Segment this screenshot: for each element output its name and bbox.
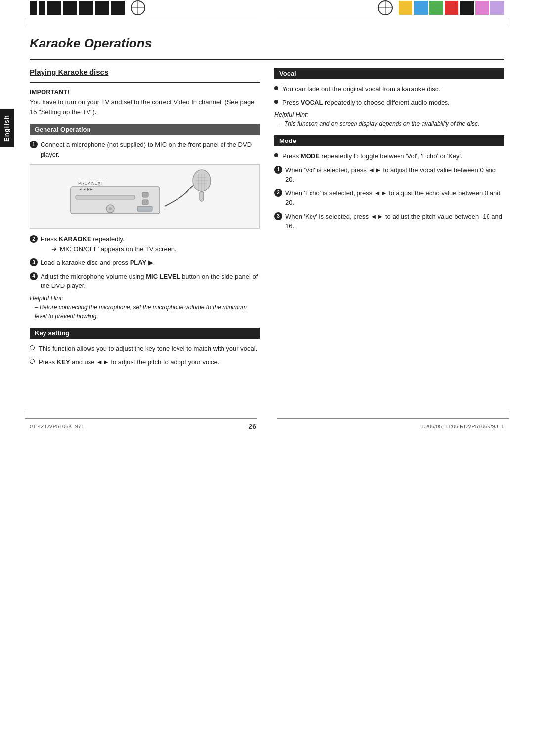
step-1-text: Connect a microphone (not supplied) to M… — [41, 140, 260, 159]
svg-rect-14 — [200, 191, 204, 201]
key-setting-text-2: Press KEY and use ◄► to adjust the pitch… — [39, 357, 260, 367]
black-bar-1 — [30, 1, 37, 15]
key-setting-bullet-1: This function allows you to adjust the k… — [30, 344, 260, 354]
step-1: 1 Connect a microphone (not supplied) to… — [30, 140, 260, 159]
color-bar-black — [460, 1, 474, 15]
key-setting-text-1: This function allows you to adjust the k… — [39, 344, 260, 354]
top-border — [0, 18, 534, 26]
black-bar-5 — [79, 1, 93, 15]
footer-left-code: 01-42 DVP5106K_971 — [30, 424, 84, 429]
vocal-text-2: Press VOCAL repeatedly to choose differe… — [282, 98, 504, 108]
color-bar-green — [429, 1, 443, 15]
bullet-dot-mode-1 — [274, 153, 278, 157]
col-left: Playing Karaoke discs IMPORTANT! You hav… — [30, 68, 260, 371]
color-bar-red — [445, 1, 458, 15]
step-3-text: Load a karaoke disc and press PLAY ▶. — [41, 258, 260, 268]
page-title: Karaoke Operations — [30, 36, 504, 51]
bullet-dot-1 — [274, 86, 278, 90]
color-bar-pink — [475, 1, 489, 15]
svg-text:◄◄    ▶▶: ◄◄ ▶▶ — [78, 187, 93, 191]
mode-step-1: 1 When 'Vol' is selected, press ◄► to ad… — [274, 165, 504, 185]
mode-step-3-text: When 'Key' is selected, press ◄► to adju… — [285, 212, 504, 231]
black-bar-2 — [39, 1, 45, 15]
crosshair-right — [378, 0, 393, 15]
important-section: IMPORTANT! You have to turn on your TV a… — [30, 88, 260, 117]
footer-right-code: 13/06/05, 11:06 RDVP5106K/93_1 — [421, 424, 504, 429]
step-4: 4 Adjust the microphone volume using MIC… — [30, 272, 260, 291]
black-bar-6 — [95, 1, 109, 15]
playing-section: Playing Karaoke discs — [30, 68, 260, 83]
dvd-image: PREV NEXT ◄◄ ▶▶ — [30, 164, 260, 229]
mode-text-1: Press MODE repeatedly to toggle between … — [282, 151, 504, 161]
vocal-bullet-2: Press VOCAL repeatedly to choose differe… — [274, 98, 504, 108]
step-2: 2 Press KARAOKE repeatedly. ➔ 'MIC ON/OF… — [30, 235, 260, 254]
black-bar-7 — [111, 1, 125, 15]
vocal-bullet-1: You can fade out the original vocal from… — [274, 84, 504, 94]
svg-text:PREV  NEXT: PREV NEXT — [78, 181, 104, 186]
two-col-layout: Playing Karaoke discs IMPORTANT! You hav… — [30, 68, 504, 371]
key-setting-bullet-2: Press KEY and use ◄► to adjust the pitch… — [30, 357, 260, 367]
step-3: 3 Load a karaoke disc and press PLAY ▶. — [30, 258, 260, 268]
crosshair-left — [131, 0, 145, 15]
svg-rect-4 — [137, 206, 152, 211]
step-2-text: Press KARAOKE repeatedly. ➔ 'MIC ON/OFF'… — [41, 235, 260, 254]
vocal-text-1: You can fade out the original vocal from… — [282, 84, 504, 94]
step-2-arrow: ➔ 'MIC ON/OFF' appears on the TV screen. — [41, 244, 260, 254]
helpful-hint-label-right: Helpful Hint: — [274, 111, 504, 118]
color-bar-yellow — [399, 1, 412, 15]
mode-step-3-num: 3 — [274, 212, 282, 220]
border-line-right — [277, 18, 509, 26]
footer: 01-42 DVP5106K_971 26 13/06/05, 11:06 RD… — [0, 419, 534, 434]
helpful-hint-section: Helpful Hint: – Before connecting the mi… — [30, 295, 260, 321]
vocal-header: Vocal — [274, 68, 504, 79]
page-container: Karaoke Operations Playing Karaoke discs… — [0, 26, 534, 401]
step-3-num: 3 — [30, 258, 38, 266]
important-text: You have to turn on your TV and set to t… — [30, 97, 260, 117]
general-operation-header: General Operation — [30, 124, 260, 135]
key-setting-header: Key setting — [30, 328, 260, 339]
mode-bullet-1: Press MODE repeatedly to toggle between … — [274, 151, 504, 161]
mode-step-2-text: When 'Echo' is selected, press ◄► to adj… — [285, 189, 504, 208]
step-1-num: 1 — [30, 141, 38, 148]
svg-point-6 — [109, 207, 112, 210]
mode-step-1-num: 1 — [274, 166, 282, 174]
svg-rect-2 — [142, 192, 148, 197]
header-right — [267, 0, 534, 16]
color-bar-cyan — [414, 1, 428, 15]
helpful-hint-right: Helpful Hint: – This function and on scr… — [274, 111, 504, 128]
border-line-left — [25, 18, 257, 26]
dvd-player-svg: PREV NEXT ◄◄ ▶▶ — [61, 167, 229, 226]
main-divider — [30, 59, 504, 60]
svg-rect-1 — [76, 195, 135, 199]
black-bar-4 — [63, 1, 77, 15]
bullet-dot-2 — [274, 100, 278, 104]
border-line-bottom-right — [277, 411, 509, 419]
helpful-hint-label: Helpful Hint: — [30, 295, 260, 302]
svg-rect-3 — [142, 200, 148, 205]
playing-header: Playing Karaoke discs — [30, 68, 260, 76]
helpful-hint-text: – Before connecting the microphone, set … — [30, 303, 260, 321]
color-bar-purple — [490, 1, 504, 15]
mode-header: Mode — [274, 135, 504, 146]
mode-step-1-text: When 'Vol' is selected, press ◄► to adju… — [285, 165, 504, 185]
step-4-num: 4 — [30, 272, 38, 280]
helpful-hint-text-right: – This function and on screen display de… — [274, 119, 504, 128]
col-right: Vocal You can fade out the original voca… — [274, 68, 504, 371]
border-line-bottom-left — [25, 411, 257, 419]
header-left — [0, 0, 267, 16]
color-bars — [399, 1, 504, 15]
bottom-border — [0, 411, 534, 419]
black-bars — [30, 1, 125, 15]
mode-step-3: 3 When 'Key' is selected, press ◄► to ad… — [274, 212, 504, 231]
bullet-circle-2 — [30, 359, 35, 364]
step-2-num: 2 — [30, 235, 38, 243]
footer-page-number: 26 — [249, 423, 257, 430]
bullet-circle-1 — [30, 345, 35, 350]
step-4-text: Adjust the microphone volume using MIC L… — [41, 272, 260, 291]
mode-step-2-num: 2 — [274, 189, 282, 197]
black-bar-3 — [47, 1, 61, 15]
important-label: IMPORTANT! — [30, 88, 260, 95]
mode-step-2: 2 When 'Echo' is selected, press ◄► to a… — [274, 189, 504, 208]
header-bar — [0, 0, 534, 16]
